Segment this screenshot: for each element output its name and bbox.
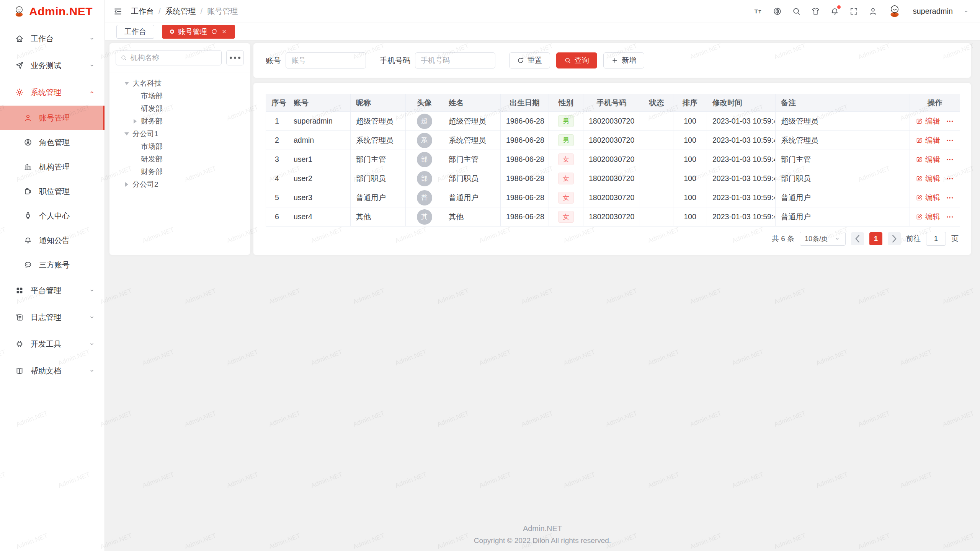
edit-button[interactable]: 编辑 [916, 154, 940, 165]
chevron-down-icon [88, 35, 95, 42]
footer-title: Admin.NET [105, 524, 980, 533]
org-search-input[interactable] [130, 54, 217, 62]
role-icon [24, 138, 32, 147]
add-button-label: 新增 [622, 55, 636, 65]
gender-tag: 女 [558, 173, 574, 184]
row-more-button[interactable] [946, 174, 954, 183]
sidebar-item-system-manage[interactable]: 系统管理 [0, 79, 105, 106]
more-icon [227, 51, 243, 65]
notification-bell-icon[interactable] [830, 7, 839, 16]
page-size-value: 10条/页 [805, 234, 828, 243]
tree-node[interactable]: 市场部 [116, 140, 244, 153]
fullscreen-icon[interactable] [849, 7, 858, 16]
caret-spacer [132, 106, 137, 111]
breadcrumb-item[interactable]: 工作台 [131, 6, 154, 16]
tree-node[interactable]: 财务部 [116, 165, 244, 178]
search-icon[interactable] [792, 7, 801, 16]
avatar: 部 [417, 171, 432, 186]
app-logo[interactable]: Admin.NET [0, 0, 105, 23]
cell-status [640, 131, 673, 150]
sidebar-item-position-manage[interactable]: 职位管理 [0, 179, 105, 204]
account-filter-input[interactable] [286, 52, 366, 68]
breadcrumb-item[interactable]: 系统管理 [165, 6, 196, 16]
cell-phone: 18020030720 [583, 169, 640, 188]
sidebar-item-workbench[interactable]: 工作台 [0, 25, 105, 52]
tree-caret-icon[interactable] [124, 81, 129, 86]
menu-fold-icon[interactable] [113, 7, 122, 16]
user-chevron-down-icon[interactable] [963, 8, 969, 15]
search-icon [564, 57, 571, 64]
sidebar-item-role-manage[interactable]: 角色管理 [0, 130, 105, 155]
tab-workbench[interactable]: 工作台 [116, 25, 154, 39]
next-page-button[interactable] [888, 232, 901, 245]
row-more-button[interactable] [946, 136, 954, 145]
cell-index: 3 [266, 150, 288, 169]
cell-nickname: 系统管理员 [351, 131, 406, 150]
sidebar-item-account-manage[interactable]: 账号管理 [0, 106, 105, 130]
current-page-button[interactable]: 1 [869, 232, 882, 245]
edit-button[interactable]: 编辑 [916, 192, 940, 203]
row-more-button[interactable] [946, 213, 954, 221]
edit-icon [916, 175, 923, 182]
sidebar-item-dev-tools[interactable]: 开发工具 [0, 331, 105, 357]
reset-button[interactable]: 重置 [509, 52, 550, 68]
query-button[interactable]: 查询 [556, 52, 597, 68]
tree-node[interactable]: 研发部 [116, 153, 244, 165]
sidebar: Admin.NET 工作台业务测试系统管理账号管理角色管理机构管理职位管理个人中… [0, 0, 105, 551]
tab-account-manage[interactable]: 账号管理 [162, 25, 235, 39]
page-size-select[interactable]: 10条/页 [800, 232, 846, 246]
language-icon[interactable] [773, 7, 782, 16]
cell-sort: 100 [673, 150, 707, 169]
platform-icon [15, 286, 24, 295]
sidebar-item-personal-center[interactable]: 个人中心 [0, 204, 105, 228]
cell-birthday: 1986-06-28 [501, 112, 549, 131]
sidebar-item-org-manage[interactable]: 机构管理 [0, 155, 105, 179]
row-more-button[interactable] [946, 194, 954, 202]
sidebar-item-help-docs[interactable]: 帮助文档 [0, 357, 105, 384]
org-icon [24, 163, 32, 171]
org-more-button[interactable] [226, 50, 244, 65]
sidebar-item-business-test[interactable]: 业务测试 [0, 52, 105, 79]
edit-button[interactable]: 编辑 [916, 173, 940, 184]
sidebar-item-log-manage[interactable]: 日志管理 [0, 304, 105, 331]
tree-node[interactable]: 财务部 [116, 115, 244, 127]
tree-node[interactable]: 分公司2 [116, 178, 244, 191]
tree-node-label: 财务部 [141, 116, 163, 126]
tree-caret-icon[interactable] [132, 119, 137, 124]
font-size-icon[interactable]: TT [754, 7, 763, 16]
phone-filter-input[interactable] [415, 52, 495, 68]
sidebar-item-platform-manage[interactable]: 平台管理 [0, 277, 105, 304]
row-more-button[interactable] [946, 155, 954, 164]
sidebar-item-third-account[interactable]: 三方账号 [0, 253, 105, 277]
gender-tag: 女 [558, 211, 574, 223]
add-button[interactable]: 新增 [603, 52, 644, 68]
edit-button[interactable]: 编辑 [916, 116, 940, 126]
profile-icon[interactable] [869, 7, 877, 16]
tree-node[interactable]: 市场部 [116, 90, 244, 102]
logo-monk-icon [13, 5, 25, 18]
tree-node[interactable]: 大名科技 [116, 77, 244, 90]
tree-caret-icon[interactable] [124, 131, 129, 136]
tree-node[interactable]: 分公司1 [116, 127, 244, 140]
cell-remark: 部门职员 [776, 169, 910, 188]
prev-page-button[interactable] [851, 232, 864, 245]
sidebar-item-label: 角色管理 [39, 137, 95, 148]
edit-button-label: 编辑 [925, 212, 940, 222]
cell-actions: 编辑 [910, 169, 960, 188]
row-more-button[interactable] [946, 117, 954, 126]
edit-button[interactable]: 编辑 [916, 135, 940, 145]
chevron-down-icon [88, 341, 95, 347]
cell-modified: 2023-01-03 10:59:44 [707, 112, 776, 131]
tree-node[interactable]: 研发部 [116, 102, 244, 115]
cell-sort: 100 [673, 188, 707, 207]
user-avatar[interactable] [888, 4, 902, 19]
breadcrumb-separator: / [158, 7, 161, 16]
cell-remark: 系统管理员 [776, 131, 910, 150]
cell-birthday: 1986-06-28 [501, 207, 549, 227]
user-icon [24, 114, 32, 122]
goto-page-input[interactable] [926, 232, 946, 246]
edit-button[interactable]: 编辑 [916, 212, 940, 222]
tree-caret-icon[interactable] [124, 182, 129, 187]
sidebar-item-notice[interactable]: 通知公告 [0, 228, 105, 253]
theme-icon[interactable] [811, 7, 820, 16]
